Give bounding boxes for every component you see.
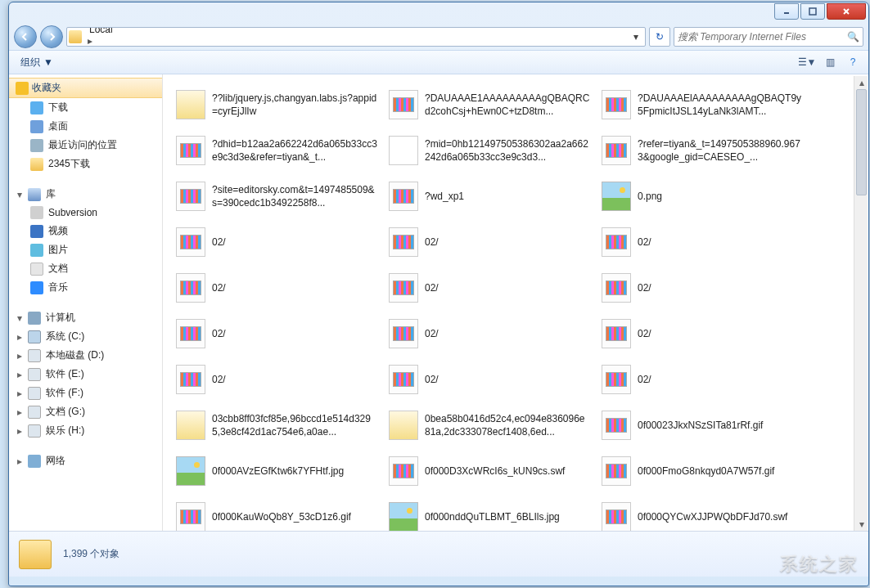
sidebar-item[interactable]: Subversion: [9, 204, 162, 222]
tree-collapse-icon[interactable]: ▾: [16, 312, 23, 324]
favorites-header[interactable]: 收藏夹: [9, 78, 162, 98]
nav-pane[interactable]: 收藏夹 下载桌面最近访问的位置2345下载 ▾库 Subversion视频图片文…: [9, 74, 163, 531]
titlebar: [9, 2, 868, 24]
location-folder-icon: [69, 30, 82, 43]
computer-header[interactable]: ▾计算机: [9, 308, 162, 327]
tree-collapse-icon[interactable]: ▾: [16, 189, 23, 200]
tree-expand-icon[interactable]: ▸: [16, 331, 23, 343]
file-icon: [176, 319, 205, 348]
maximize-button[interactable]: [800, 3, 825, 20]
preview-pane-button[interactable]: ▥: [821, 54, 839, 70]
sidebar-item-drive[interactable]: ▸本地磁盘 (D:): [9, 346, 162, 365]
sidebar-item-icon: [30, 101, 43, 114]
status-folder-icon: [19, 540, 52, 569]
file-item[interactable]: ?DAUAAAE1AAAAAAAAAgQBAQRCd2cohCsj+hEwn0C…: [387, 83, 592, 127]
search-input[interactable]: [678, 31, 847, 43]
tree-expand-icon[interactable]: ▸: [16, 456, 23, 467]
file-item[interactable]: ?site=editorsky.com&t=1497485509&s=390ce…: [174, 174, 379, 218]
close-button[interactable]: [827, 3, 866, 20]
sidebar-item-label: 图片: [48, 243, 68, 257]
sidebar-item[interactable]: 视频: [9, 222, 162, 240]
file-item[interactable]: 02/: [387, 312, 592, 356]
scroll-down-button[interactable]: ▾: [854, 518, 868, 531]
breadcrumb-dropdown[interactable]: ▾: [629, 31, 643, 43]
file-name: 02/: [638, 281, 803, 294]
tree-expand-icon[interactable]: ▸: [16, 388, 23, 399]
scroll-up-button[interactable]: ▴: [854, 76, 868, 89]
file-item[interactable]: 02/: [600, 312, 805, 356]
sidebar-item[interactable]: 音乐: [9, 278, 162, 297]
file-item[interactable]: ?mid=0hb121497505386302aa2a662242d6a065b…: [387, 128, 592, 173]
file-item[interactable]: 02/: [600, 266, 805, 310]
file-name: 02/: [638, 373, 803, 386]
tree-expand-icon[interactable]: ▸: [16, 369, 23, 380]
file-item[interactable]: 0f00023JkxNSzSITa81rRf.gif: [600, 403, 805, 447]
sidebar-item-drive[interactable]: ▸系统 (C:): [9, 327, 162, 346]
file-item[interactable]: ?DAUAAAElAAAAAAAAAgQBAQT9y5FpmicItJSL14y…: [600, 83, 805, 127]
file-item[interactable]: 0f000QYCwXJJPWQbDFJd70.swf: [600, 495, 805, 531]
sidebar-item-drive[interactable]: ▸软件 (E:): [9, 365, 162, 384]
sidebar-item-label: 视频: [48, 224, 68, 238]
file-name: 0f000AVzEGfKtw6k7YFHtf.jpg: [212, 465, 377, 478]
minimize-button[interactable]: [774, 3, 799, 20]
file-list[interactable]: ??lib/jquery.js,changyan.labs.js?appid=c…: [163, 74, 868, 531]
search-box[interactable]: 🔍: [674, 27, 863, 47]
breadcrumb[interactable]: ▸Huang▸AppData▸Local▸Microsoft▸Windows▸T…: [66, 27, 646, 47]
file-item[interactable]: 0f000KauWoQb8Y_53cD1z6.gif: [174, 495, 379, 531]
file-item[interactable]: 0.png: [600, 174, 805, 218]
file-name: 0f000D3XcWRcI6s_kUN9cs.swf: [425, 465, 590, 478]
breadcrumb-item[interactable]: Local: [85, 27, 199, 35]
sidebar-item[interactable]: 2345下载: [9, 155, 162, 173]
file-name: 02/: [212, 281, 377, 294]
file-name: 02/: [425, 373, 590, 386]
refresh-button[interactable]: ↻: [649, 27, 670, 47]
file-item[interactable]: ?refer=tiyan&_t=1497505388960.9673&googl…: [600, 128, 805, 173]
status-bar: 1,399 个对象: [9, 531, 868, 577]
file-item[interactable]: 02/: [174, 357, 379, 402]
forward-button[interactable]: [40, 25, 63, 48]
file-item[interactable]: 0f000AVzEGfKtw6k7YFHtf.jpg: [174, 449, 379, 493]
tree-expand-icon[interactable]: ▸: [16, 425, 23, 437]
libraries-header[interactable]: ▾库: [9, 185, 162, 204]
file-item[interactable]: 0f000D3XcWRcI6s_kUN9cs.swf: [387, 449, 592, 493]
tree-expand-icon[interactable]: ▸: [16, 350, 23, 361]
sidebar-item-drive[interactable]: ▸娱乐 (H:): [9, 421, 162, 440]
file-item[interactable]: 03cbb8ff03fcf85e,96bccd1e514d3295,3e8cf4…: [174, 403, 379, 447]
file-item[interactable]: 0f000FmoG8nkqyd0A7W57f.gif: [600, 449, 805, 493]
vertical-scrollbar[interactable]: ▴ ▾: [854, 76, 868, 531]
sidebar-item[interactable]: 桌面: [9, 117, 162, 136]
scroll-thumb[interactable]: [856, 89, 867, 195]
view-options-button[interactable]: ☰ ▼: [798, 54, 816, 70]
breadcrumb-separator[interactable]: ▸: [85, 35, 95, 47]
sidebar-item[interactable]: 文档: [9, 259, 162, 278]
sidebar-item-label: 本地磁盘 (D:): [46, 348, 104, 362]
file-item[interactable]: ??lib/jquery.js,changyan.labs.js?appid=c…: [174, 83, 379, 127]
file-item[interactable]: 02/: [600, 220, 805, 264]
sidebar-item[interactable]: 下载: [9, 98, 162, 117]
file-item[interactable]: 02/: [174, 220, 379, 264]
sidebar-item-drive[interactable]: ▸软件 (F:): [9, 384, 162, 402]
file-item[interactable]: ?wd_xp1: [387, 174, 592, 218]
network-icon: [28, 455, 41, 468]
help-button[interactable]: ?: [844, 54, 862, 70]
file-item[interactable]: 02/: [174, 312, 379, 356]
back-button[interactable]: [14, 25, 37, 48]
sidebar-item[interactable]: 最近访问的位置: [9, 136, 162, 155]
tree-expand-icon[interactable]: ▸: [16, 406, 23, 418]
sidebar-item[interactable]: 图片: [9, 240, 162, 259]
organize-menu[interactable]: 组织 ▼: [16, 54, 58, 71]
file-item[interactable]: ?dhid=b12aa2a662242d6a065b33cc3e9c3d3e&r…: [174, 128, 379, 173]
file-item[interactable]: 0f000nddQuTLBMT_6BLIls.jpg: [387, 495, 592, 531]
file-item[interactable]: 02/: [387, 357, 592, 402]
file-item[interactable]: 02/: [174, 266, 379, 310]
sidebar-item-icon: [30, 158, 43, 171]
network-header[interactable]: ▸网络: [9, 451, 162, 470]
file-item[interactable]: 0bea58b0416d52c4,ec094e836096e81a,2dc333…: [387, 403, 592, 447]
file-item[interactable]: 02/: [600, 357, 805, 402]
file-icon: [602, 365, 631, 394]
file-item[interactable]: 02/: [387, 266, 592, 310]
sidebar-item-drive[interactable]: ▸文档 (G:): [9, 402, 162, 421]
file-icon: [602, 319, 631, 348]
file-item[interactable]: 02/: [387, 220, 592, 264]
file-icon: [389, 411, 418, 440]
